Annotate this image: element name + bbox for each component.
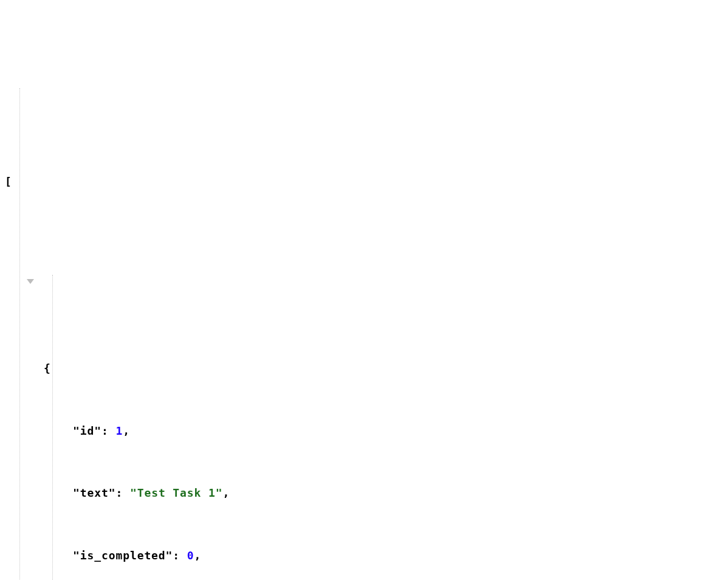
object-open-brace: {: [5, 358, 723, 379]
json-viewer: [ { "id": 1, "text": "Test Task 1", "is_…: [5, 88, 723, 580]
json-key: is_completed: [80, 549, 166, 562]
json-object: { "id": 1, "text": "Test Task 1", "is_co…: [5, 275, 723, 580]
array-open-bracket: [: [5, 171, 723, 192]
json-key-value: "text": "Test Task 1",: [5, 483, 723, 503]
json-number-value: 0: [187, 549, 194, 562]
json-key-value: "id": 1,: [5, 421, 723, 441]
json-string-value: Test Task 1: [137, 486, 216, 499]
collapse-toggle-icon[interactable]: [27, 279, 34, 284]
json-key-value: "is_completed": 0,: [5, 545, 723, 566]
json-key: text: [80, 486, 109, 499]
json-number-value: 1: [115, 424, 123, 437]
json-key: id: [80, 424, 94, 437]
